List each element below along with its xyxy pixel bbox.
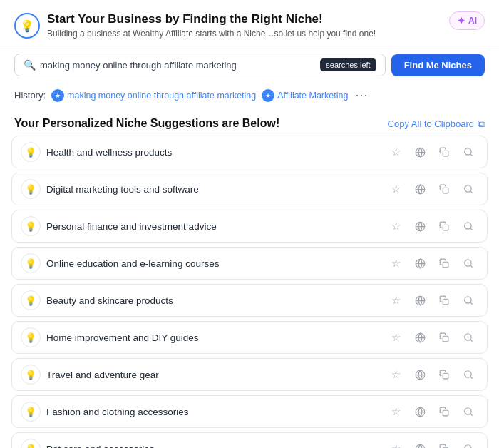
niche-label: Health and wellness products <box>46 147 380 158</box>
niche-copy-button[interactable] <box>434 402 454 422</box>
niche-star-button[interactable]: ☆ <box>386 327 406 347</box>
niche-bulb-icon: 💡 <box>21 179 41 199</box>
niche-globe-button[interactable] <box>410 327 430 347</box>
niche-star-button[interactable]: ☆ <box>386 142 406 162</box>
svg-line-14 <box>470 228 473 230</box>
ai-icon: ✦ <box>457 15 465 26</box>
svg-line-24 <box>470 302 473 305</box>
svg-rect-37 <box>443 410 448 416</box>
niche-search-button[interactable] <box>458 142 478 162</box>
niche-star-button[interactable]: ☆ <box>386 439 406 448</box>
history-more-button[interactable]: ··· <box>355 88 368 103</box>
niche-globe-button[interactable] <box>410 179 430 199</box>
niche-list-item: 💡 Pet care and accessories ☆ <box>11 432 488 448</box>
history-dot-icon-0: ★ <box>51 89 64 102</box>
niche-label: Beauty and skincare products <box>46 295 380 306</box>
niche-search-button[interactable] <box>458 253 478 273</box>
niche-globe-button[interactable] <box>410 253 430 273</box>
niche-list: 💡 Health and wellness products ☆ 💡 Digit… <box>0 136 499 448</box>
niche-globe-button[interactable] <box>410 439 430 448</box>
niche-actions: ☆ <box>386 142 478 162</box>
svg-rect-22 <box>443 299 448 305</box>
niche-list-item: 💡 Online education and e-learning course… <box>11 247 488 280</box>
niche-bulb-icon: 💡 <box>21 327 41 347</box>
app-logo-icon: 💡 <box>14 13 40 39</box>
niche-star-button[interactable]: ☆ <box>386 179 406 199</box>
search-bar: 🔍 searches left Find Me Niches <box>0 46 499 83</box>
niche-copy-button[interactable] <box>434 365 454 385</box>
niche-copy-button[interactable] <box>434 216 454 236</box>
niche-list-item: 💡 Digital marketing tools and software ☆ <box>11 173 488 205</box>
ai-badge: ✦ AI <box>449 11 485 30</box>
niche-search-button[interactable] <box>458 365 478 385</box>
niche-copy-button[interactable] <box>434 253 454 273</box>
niche-star-button[interactable]: ☆ <box>386 365 406 385</box>
niche-list-item: 💡 Personal finance and investment advice… <box>11 210 488 243</box>
search-input[interactable] <box>40 60 316 71</box>
niche-star-button[interactable]: ☆ <box>386 216 406 236</box>
svg-line-39 <box>470 414 473 416</box>
search-icon: 🔍 <box>24 59 36 71</box>
niche-search-button[interactable] <box>458 327 478 347</box>
niche-search-button[interactable] <box>458 290 478 310</box>
history-label: History: <box>14 90 46 101</box>
niche-actions: ☆ <box>386 290 478 310</box>
niche-label: Home improvement and DIY guides <box>46 332 380 343</box>
niche-bulb-icon: 💡 <box>21 142 41 162</box>
niche-copy-button[interactable] <box>434 327 454 347</box>
suggestions-title: Your Personalized Niche Suggestions are … <box>14 117 279 130</box>
niche-search-button[interactable] <box>458 179 478 199</box>
niche-bulb-icon: 💡 <box>21 402 41 422</box>
niche-actions: ☆ <box>386 253 478 273</box>
niche-star-button[interactable]: ☆ <box>386 402 406 422</box>
niche-search-button[interactable] <box>458 439 478 448</box>
niche-bulb-icon: 💡 <box>21 365 41 385</box>
niche-copy-button[interactable] <box>434 290 454 310</box>
niche-copy-button[interactable] <box>434 179 454 199</box>
find-niches-button[interactable]: Find Me Niches <box>391 54 485 76</box>
niche-bulb-icon: 💡 <box>21 439 41 448</box>
niche-globe-button[interactable] <box>410 290 430 310</box>
niche-copy-button[interactable] <box>434 142 454 162</box>
niche-search-button[interactable] <box>458 402 478 422</box>
niche-label: Fashion and clothing accessories <box>46 407 380 417</box>
niche-actions: ☆ <box>386 439 478 448</box>
page-title: Start Your Business by Finding the Right… <box>47 11 376 27</box>
niche-label: Digital marketing tools and software <box>46 184 380 195</box>
history-bar: History: ★ making money online through a… <box>0 83 499 110</box>
svg-rect-2 <box>443 151 448 156</box>
svg-line-19 <box>470 265 473 268</box>
history-dot-icon-1: ★ <box>262 89 274 102</box>
niche-list-item: 💡 Health and wellness products ☆ <box>11 136 488 168</box>
history-item-1[interactable]: ★ Affiliate Marketing <box>262 89 348 102</box>
svg-line-34 <box>470 377 473 379</box>
niche-globe-button[interactable] <box>410 402 430 422</box>
niche-globe-button[interactable] <box>410 216 430 236</box>
niche-bulb-icon: 💡 <box>21 253 41 273</box>
svg-rect-32 <box>443 373 448 379</box>
svg-rect-12 <box>443 225 448 230</box>
niche-label: Online education and e-learning courses <box>46 258 380 269</box>
niche-list-item: 💡 Home improvement and DIY guides ☆ <box>11 321 488 354</box>
clipboard-icon: ⧉ <box>478 118 485 130</box>
niche-actions: ☆ <box>386 179 478 199</box>
niche-globe-button[interactable] <box>410 142 430 162</box>
niche-star-button[interactable]: ☆ <box>386 290 406 310</box>
niche-copy-button[interactable] <box>434 439 454 448</box>
search-input-wrapper: 🔍 searches left <box>14 54 386 76</box>
niche-label: Pet care and accessories <box>46 444 380 448</box>
niche-star-button[interactable]: ☆ <box>386 253 406 273</box>
niche-list-item: 💡 Travel and adventure gear ☆ <box>11 358 488 391</box>
niche-actions: ☆ <box>386 216 478 236</box>
history-item-0[interactable]: ★ making money online through affiliate … <box>51 89 256 102</box>
copy-all-button[interactable]: Copy All to Clipboard ⧉ <box>388 118 485 130</box>
svg-line-4 <box>470 154 473 156</box>
niche-search-button[interactable] <box>458 216 478 236</box>
svg-rect-17 <box>443 262 448 268</box>
niche-globe-button[interactable] <box>410 365 430 385</box>
svg-line-29 <box>470 340 473 342</box>
svg-rect-27 <box>443 336 448 342</box>
niche-list-item: 💡 Beauty and skincare products ☆ <box>11 284 488 317</box>
searches-left-badge: searches left <box>320 58 376 71</box>
niche-bulb-icon: 💡 <box>21 290 41 310</box>
